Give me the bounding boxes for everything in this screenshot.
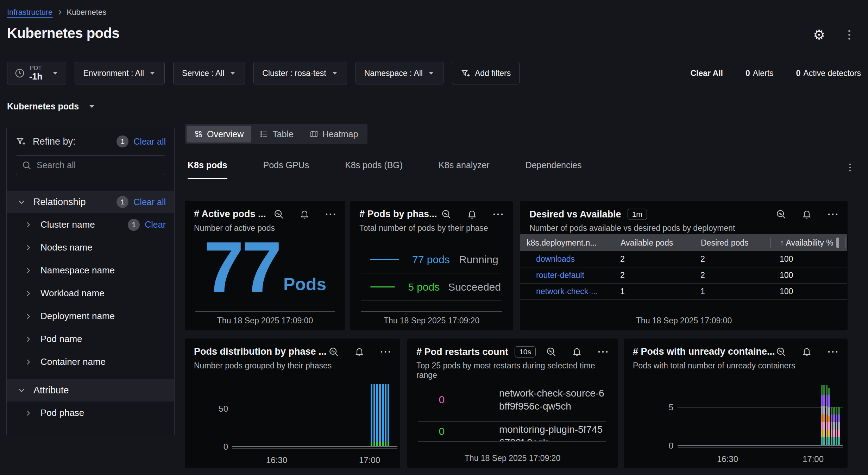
sidebar-item-deployment-name[interactable]: Deployment name [7, 305, 174, 328]
ellipsis-menu-icon[interactable] [597, 350, 609, 354]
chevron-right-icon [56, 9, 63, 16]
sidebar-item-label: Pod name [40, 334, 82, 344]
filter-environment[interactable]: Environment : All [75, 62, 165, 84]
view-toggle-table-label: Table [272, 129, 294, 139]
sidebar-item-nodes-name[interactable]: Nodes name [7, 236, 174, 259]
filter-service-label: Service : All [182, 69, 224, 78]
restart-count: 0 [418, 422, 466, 441]
list-item[interactable]: 0 network-check-source-6bff9f956c-qw5ch [418, 378, 606, 422]
zoom-chart-icon[interactable] [776, 347, 786, 357]
deployment-link[interactable]: network-check-... [520, 287, 609, 296]
deployment-link[interactable]: downloads [520, 254, 609, 264]
zoom-chart-icon[interactable] [273, 209, 284, 220]
column-header-available[interactable]: Available pods [609, 238, 689, 248]
tab-k8s-pods-bg[interactable]: K8s pods (BG) [345, 160, 403, 178]
unready-bar-chart[interactable]: 5 0 16:30 17:00 [678, 379, 843, 446]
legend-row-running[interactable]: 77 pods Running [361, 246, 501, 273]
cluster-name-clear-link[interactable]: Clear [145, 220, 166, 230]
zoom-chart-icon[interactable] [328, 347, 339, 357]
card-pods-by-phase: # Pods by phas... Total number of pods b… [350, 201, 513, 330]
succeeded-series-line [370, 286, 395, 287]
sidebar-item-container-name[interactable]: Container name [7, 350, 174, 373]
ellipsis-menu-icon[interactable] [827, 213, 838, 216]
sidebar-item-label: Pod phase [40, 407, 84, 418]
column-header-desired[interactable]: Desired pods [689, 238, 770, 248]
column-header-deployment[interactable]: k8s.deployment.n... [520, 238, 609, 248]
bell-icon[interactable] [300, 209, 309, 220]
kebab-menu-icon[interactable] [845, 29, 854, 41]
single-value: 77 Pods [185, 239, 345, 295]
dashboard-selector[interactable]: Kubernetes pods [7, 101, 96, 112]
search-input[interactable] [37, 160, 159, 170]
add-filters-button[interactable]: Add filters [452, 62, 520, 84]
view-toggle-table[interactable]: Table [252, 126, 301, 142]
bell-icon[interactable] [802, 347, 812, 357]
kebab-menu-icon[interactable] [846, 162, 854, 173]
caret-down-icon [52, 71, 59, 76]
filter-cluster[interactable]: Cluster : rosa-test [253, 62, 347, 84]
bell-icon[interactable] [572, 347, 582, 357]
table-row[interactable]: downloads 2 2 100 [520, 251, 847, 267]
tab-k8s-analyzer[interactable]: K8s analyzer [439, 160, 490, 178]
column-header-availability-sorted[interactable]: ↑ Availability % [770, 238, 834, 248]
gear-icon[interactable]: ⚙ [813, 28, 825, 42]
table-scrollbar-thumb[interactable] [836, 238, 839, 248]
tab-pods-gpus[interactable]: Pods GPUs [263, 160, 309, 178]
pod-name: monitoring-plugin-5f7456789f-9cglr [499, 422, 606, 441]
ellipsis-menu-icon[interactable] [380, 350, 391, 354]
filter-environment-label: Environment : All [83, 69, 144, 78]
sidebar-item-workload-name[interactable]: Workload name [7, 282, 174, 305]
breadcrumb-link-infrastructure[interactable]: Infrastructure [7, 8, 53, 17]
deployment-link[interactable]: router-default [520, 271, 609, 280]
ellipsis-menu-icon[interactable] [325, 213, 336, 216]
x-tick-1630: 16:30 [266, 455, 287, 465]
clear-all-button[interactable]: Clear All [691, 69, 723, 78]
sidebar-item-pod-name[interactable]: Pod name [7, 328, 174, 350]
table-row[interactable]: network-check-... 1 1 100 [520, 284, 847, 300]
time-picker[interactable]: PDT -1h [7, 62, 66, 84]
succeeded-label: Succeeded [448, 281, 501, 293]
desired-pods-cell: 2 [689, 254, 770, 264]
table-row[interactable]: router-default 2 2 100 [520, 267, 847, 284]
tab-dependencies[interactable]: Dependencies [526, 160, 582, 178]
relationship-clear-all-link[interactable]: Clear all [133, 197, 166, 207]
zoom-chart-icon[interactable] [546, 347, 556, 357]
view-toggle-overview[interactable]: Overview [187, 126, 251, 142]
dashboard-selector-label: Kubernetes pods [7, 101, 79, 112]
dashboard-tabs: K8s pods Pods GPUs K8s pods (BG) K8s ana… [188, 160, 854, 183]
section-relationship-label: Relationship [33, 197, 86, 208]
bell-icon[interactable] [354, 347, 364, 357]
axis-line [678, 447, 843, 448]
refresh-interval-badge: 1m [628, 209, 647, 220]
section-attribute[interactable]: Attribute [7, 379, 174, 401]
sidebar-item-namespace-name[interactable]: Namespace name [7, 259, 174, 282]
ellipsis-menu-icon[interactable] [492, 213, 504, 216]
bell-icon[interactable] [802, 209, 812, 220]
distribution-bar-chart[interactable]: 50 0 16:30 17:00 [232, 381, 397, 447]
view-toggle: Overview Table Heatmap [185, 124, 367, 144]
ellipsis-menu-icon[interactable] [827, 350, 838, 354]
card-title: Desired vs Available [529, 209, 621, 220]
filter-bar: PDT -1h Environment : All Service : All … [7, 62, 861, 84]
sidebar-item-pod-phase[interactable]: Pod phase [7, 401, 174, 424]
filter-service[interactable]: Service : All [173, 62, 245, 84]
view-toggle-heatmap-label: Heatmap [322, 129, 358, 139]
running-series-line [370, 259, 399, 260]
active-pods-value: 77 [204, 239, 280, 295]
stacked-bar [388, 384, 389, 446]
zoom-chart-icon[interactable] [776, 209, 786, 220]
card-subtitle: Pods with total number of unready contai… [633, 361, 795, 370]
bell-icon[interactable] [467, 209, 477, 220]
view-toggle-heatmap[interactable]: Heatmap [302, 126, 366, 142]
filter-namespace[interactable]: Namespace : All [356, 62, 444, 84]
zoom-chart-icon[interactable] [441, 209, 452, 220]
legend-row-succeeded[interactable]: 5 pods Succeeded [361, 273, 501, 301]
chevron-right-icon [24, 290, 32, 297]
card-title: # Pod restarts count [416, 347, 508, 357]
refine-clear-all-link[interactable]: Clear all [133, 137, 166, 147]
list-item[interactable]: 0 monitoring-plugin-5f7456789f-9cglr [418, 422, 606, 442]
section-relationship[interactable]: Relationship 1 Clear all [7, 191, 174, 213]
card-title: # Active pods ... [194, 209, 266, 220]
tab-k8s-pods[interactable]: K8s pods [188, 160, 227, 179]
sidebar-item-cluster-name[interactable]: Cluster name 1 Clear [7, 213, 174, 236]
